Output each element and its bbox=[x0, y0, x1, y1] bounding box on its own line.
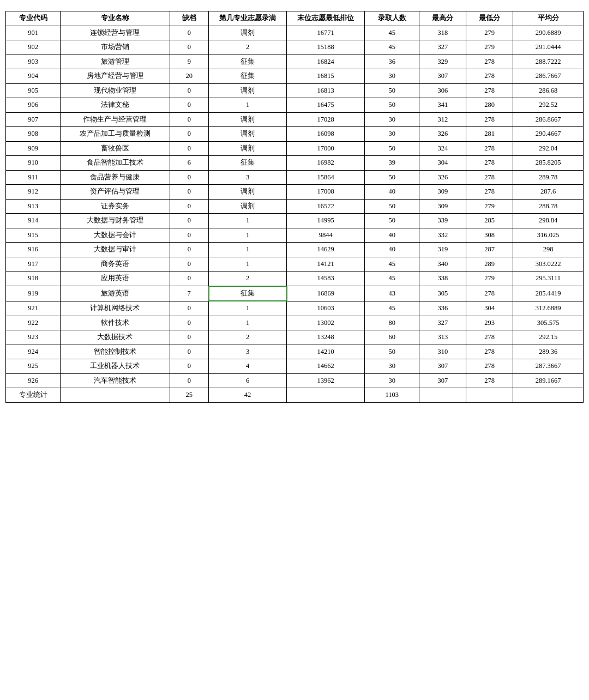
cell-avg: 290.4667 bbox=[513, 127, 584, 142]
total-cell-8 bbox=[513, 388, 584, 403]
cell-name: 市场营销 bbox=[61, 40, 170, 55]
cell-zhi: 调剂 bbox=[209, 127, 287, 142]
cell-que: 0 bbox=[170, 83, 209, 98]
cell-ren: 45 bbox=[365, 271, 419, 286]
cell-avg: 287.6 bbox=[513, 185, 584, 200]
cell-code: 921 bbox=[6, 301, 61, 316]
cell-name: 畜牧兽医 bbox=[61, 141, 170, 156]
cell-zui: 327 bbox=[419, 40, 466, 55]
cell-avg: 303.0222 bbox=[513, 257, 584, 271]
cell-wei: 14662 bbox=[287, 359, 365, 374]
cell-wei: 16098 bbox=[287, 127, 365, 142]
cell-wei: 17008 bbox=[287, 185, 365, 200]
cell-di: 279 bbox=[466, 26, 513, 40]
cell-zui: 340 bbox=[419, 257, 466, 271]
cell-que: 7 bbox=[170, 286, 209, 301]
cell-wei: 14629 bbox=[287, 243, 365, 257]
table-row: 906法律文秘011647550341280292.52 bbox=[6, 98, 584, 113]
cell-name: 资产评估与管理 bbox=[61, 185, 170, 200]
cell-name: 法律文秘 bbox=[61, 98, 170, 113]
header-6: 最高分 bbox=[419, 11, 466, 26]
cell-di: 278 bbox=[466, 141, 513, 156]
cell-name: 大数据与审计 bbox=[61, 243, 170, 257]
cell-name: 食品营养与健康 bbox=[61, 170, 170, 185]
cell-zui: 326 bbox=[419, 127, 466, 142]
cell-wei: 16824 bbox=[287, 55, 365, 69]
header-3: 第几专业志愿录满 bbox=[209, 11, 287, 26]
cell-zhi: 征集 bbox=[209, 55, 287, 69]
cell-ren: 45 bbox=[365, 301, 419, 316]
table-row: 912资产评估与管理0调剂1700840309278287.6 bbox=[6, 185, 584, 200]
table-row: 926汽车智能技术061396230307278289.1667 bbox=[6, 373, 584, 388]
cell-name: 农产品加工与质量检测 bbox=[61, 127, 170, 142]
cell-que: 0 bbox=[170, 214, 209, 228]
cell-di: 278 bbox=[466, 345, 513, 359]
cell-que: 0 bbox=[170, 185, 209, 200]
cell-avg: 285.8205 bbox=[513, 156, 584, 171]
cell-ren: 40 bbox=[365, 228, 419, 243]
total-cell-4 bbox=[287, 388, 365, 403]
cell-avg: 298 bbox=[513, 243, 584, 257]
cell-zui: 310 bbox=[419, 345, 466, 359]
cell-wei: 16771 bbox=[287, 26, 365, 40]
cell-zui: 326 bbox=[419, 170, 466, 185]
cell-di: 308 bbox=[466, 228, 513, 243]
cell-zhi: 1 bbox=[209, 214, 287, 228]
cell-code: 915 bbox=[6, 228, 61, 243]
cell-avg: 292.15 bbox=[513, 330, 584, 345]
cell-name: 旅游英语 bbox=[61, 286, 170, 301]
cell-avg: 291.0444 bbox=[513, 40, 584, 55]
cell-di: 279 bbox=[466, 40, 513, 55]
total-cell-1 bbox=[61, 388, 170, 403]
cell-code: 901 bbox=[6, 26, 61, 40]
cell-code: 916 bbox=[6, 243, 61, 257]
cell-avg: 288.7222 bbox=[513, 55, 584, 69]
total-cell-6 bbox=[419, 388, 466, 403]
cell-code: 912 bbox=[6, 185, 61, 200]
cell-ren: 30 bbox=[365, 112, 419, 127]
cell-code: 908 bbox=[6, 127, 61, 142]
cell-avg: 289.78 bbox=[513, 170, 584, 185]
table-row: 921计算机网络技术011060345336304312.6889 bbox=[6, 301, 584, 316]
cell-zui: 336 bbox=[419, 301, 466, 316]
cell-zhi: 1 bbox=[209, 257, 287, 271]
cell-name: 大数据与会计 bbox=[61, 228, 170, 243]
cell-di: 289 bbox=[466, 257, 513, 271]
cell-ren: 50 bbox=[365, 214, 419, 228]
table-row: 904房地产经营与管理20征集1681530307278286.7667 bbox=[6, 69, 584, 84]
cell-di: 278 bbox=[466, 359, 513, 374]
cell-name: 汽车智能技术 bbox=[61, 373, 170, 388]
cell-code: 923 bbox=[6, 330, 61, 345]
table-row: 917商务英语011412145340289303.0222 bbox=[6, 257, 584, 271]
cell-zui: 307 bbox=[419, 69, 466, 84]
cell-code: 914 bbox=[6, 214, 61, 228]
cell-ren: 45 bbox=[365, 257, 419, 271]
cell-code: 911 bbox=[6, 170, 61, 185]
table-row: 922软件技术011300280327293305.575 bbox=[6, 316, 584, 330]
header-8: 平均分 bbox=[513, 11, 584, 26]
cell-zhi: 征集 bbox=[209, 69, 287, 84]
table-row: 925工业机器人技术041466230307278287.3667 bbox=[6, 359, 584, 374]
table-row: 913证券实务0调剂1657250309279288.78 bbox=[6, 199, 584, 214]
cell-zui: 306 bbox=[419, 83, 466, 98]
table-row: 909畜牧兽医0调剂1700050324278292.04 bbox=[6, 141, 584, 156]
cell-avg: 312.6889 bbox=[513, 301, 584, 316]
cell-avg: 286.8667 bbox=[513, 112, 584, 127]
cell-ren: 43 bbox=[365, 286, 419, 301]
cell-zui: 309 bbox=[419, 185, 466, 200]
cell-que: 0 bbox=[170, 199, 209, 214]
cell-di: 285 bbox=[466, 214, 513, 228]
cell-avg: 292.52 bbox=[513, 98, 584, 113]
main-table: 专业代码专业名称缺档第几专业志愿录满末位志愿最低排位录取人数最高分最低分平均分 … bbox=[5, 11, 584, 403]
cell-wei: 13962 bbox=[287, 373, 365, 388]
table-row: 902市场营销021518845327279291.0444 bbox=[6, 40, 584, 55]
table-row: 923大数据技术021324860313278292.15 bbox=[6, 330, 584, 345]
cell-wei: 9844 bbox=[287, 228, 365, 243]
cell-ren: 40 bbox=[365, 243, 419, 257]
cell-wei: 15864 bbox=[287, 170, 365, 185]
cell-zui: 305 bbox=[419, 286, 466, 301]
cell-zui: 307 bbox=[419, 359, 466, 374]
cell-ren: 50 bbox=[365, 199, 419, 214]
cell-zui: 338 bbox=[419, 271, 466, 286]
cell-name: 现代物业管理 bbox=[61, 83, 170, 98]
